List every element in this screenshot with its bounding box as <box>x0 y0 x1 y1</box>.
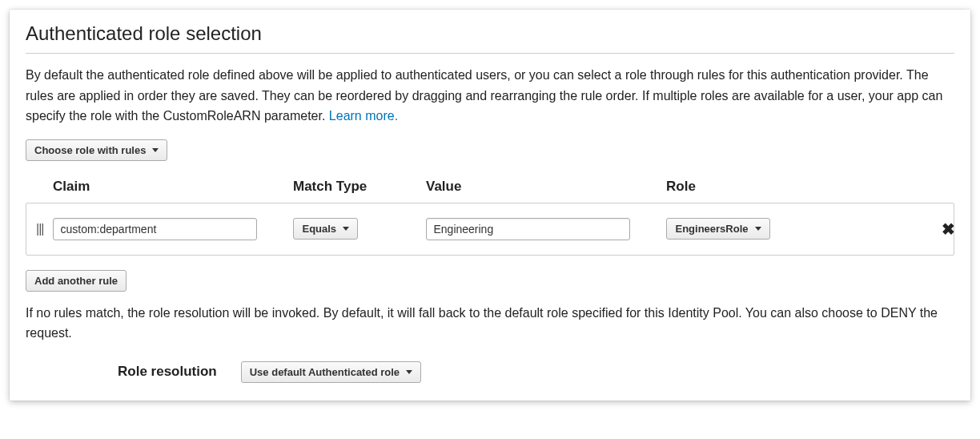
section-description: By default the authenticated role define… <box>26 65 954 127</box>
caret-down-icon <box>406 370 412 374</box>
role-resolution-row: Role resolution Use default Authenticate… <box>26 361 954 383</box>
header-claim: Claim <box>53 179 293 195</box>
match-type-label: Equals <box>302 223 336 235</box>
role-label: EngineersRole <box>675 223 748 235</box>
header-role: Role <box>666 179 938 195</box>
role-mode-label: Choose role with rules <box>34 144 146 156</box>
auth-role-selection-panel: Authenticated role selection By default … <box>10 10 970 401</box>
header-value: Value <box>426 179 666 195</box>
role-resolution-selected: Use default Authenticated role <box>250 366 400 378</box>
value-input[interactable] <box>426 218 630 240</box>
drag-handle-icon[interactable]: ||| <box>36 222 43 236</box>
caret-down-icon <box>343 227 349 231</box>
section-title: Authenticated role selection <box>26 22 954 45</box>
rule-headers: Claim Match Type Value Role <box>26 179 954 195</box>
rule-row: ||| Equals EngineersRole ✖ <box>26 203 954 256</box>
role-dropdown[interactable]: EngineersRole <box>666 218 769 240</box>
role-resolution-dropdown[interactable]: Use default Authenticated role <box>241 361 421 383</box>
resolution-description: If no rules match, the role resolution w… <box>26 303 954 344</box>
add-rule-button[interactable]: Add another rule <box>26 270 127 292</box>
role-mode-dropdown[interactable]: Choose role with rules <box>26 139 167 161</box>
role-resolution-label: Role resolution <box>118 364 217 380</box>
caret-down-icon <box>152 148 159 152</box>
header-match-type: Match Type <box>293 179 426 195</box>
match-type-dropdown[interactable]: Equals <box>293 218 358 240</box>
caret-down-icon <box>755 227 761 231</box>
divider <box>26 53 954 54</box>
description-text: By default the authenticated role define… <box>26 68 942 123</box>
learn-more-link[interactable]: Learn more. <box>329 109 398 123</box>
claim-input[interactable] <box>53 218 257 240</box>
remove-rule-button[interactable]: ✖ <box>938 220 958 239</box>
